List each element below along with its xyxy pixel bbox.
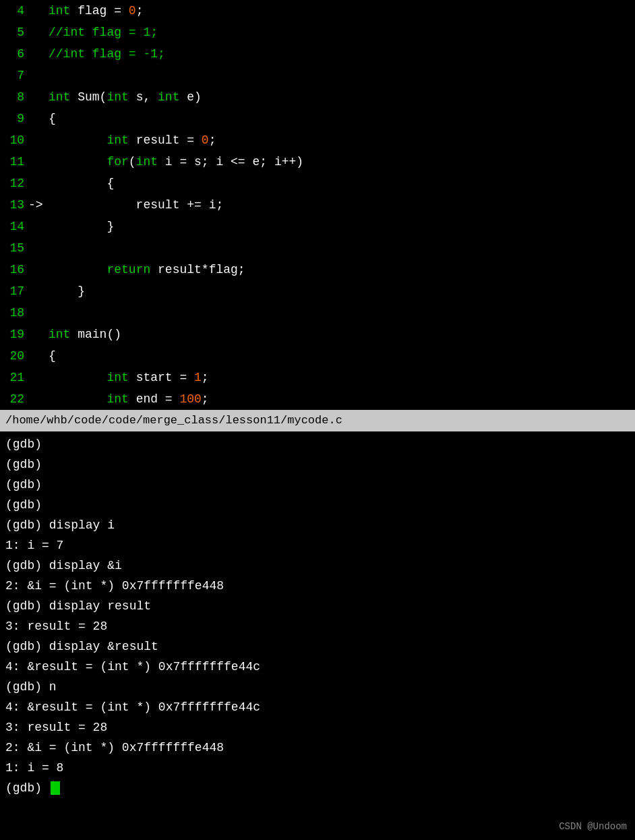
terminal-line: 3: result = 28	[0, 616, 635, 636]
line-number: 13	[0, 194, 27, 216]
line-content: int start = 1;	[43, 367, 209, 388]
terminal-cursor	[51, 781, 60, 795]
line-arrow	[27, 237, 43, 259]
terminal-line: 1: i = 7	[0, 535, 635, 556]
line-content: {	[43, 173, 114, 194]
line-content: result += i;	[43, 194, 223, 216]
line-number: 12	[0, 173, 27, 194]
terminal-line: 2: &i = (int *) 0x7fffffffe448	[0, 738, 635, 758]
line-arrow	[27, 345, 43, 367]
code-line: 8 int Sum(int s, int e)	[0, 86, 635, 108]
terminal-line: (gdb) display result	[0, 596, 635, 616]
terminal-line: 4: &result = (int *) 0x7fffffffe44c	[0, 657, 635, 677]
line-content: for(int i = s; i <= e; i++)	[43, 151, 303, 173]
line-content: //int flag = 1;	[43, 22, 158, 43]
line-number: 20	[0, 345, 27, 367]
line-arrow	[27, 367, 43, 388]
code-line: 15	[0, 237, 635, 259]
code-line: 4 int flag = 0;	[0, 0, 635, 22]
code-line: 18	[0, 302, 635, 324]
terminal-line: (gdb) display &i	[0, 556, 635, 576]
line-arrow	[27, 173, 43, 194]
status-bar: /home/whb/code/code/merge_class/lesson11…	[0, 410, 635, 431]
code-line: 13-> result += i;	[0, 194, 635, 216]
code-line: 11 for(int i = s; i <= e; i++)	[0, 151, 635, 173]
terminal-line: 3: result = 28	[0, 717, 635, 738]
line-number: 10	[0, 129, 27, 151]
code-line: 9 {	[0, 108, 635, 129]
line-content: {	[43, 345, 56, 367]
line-arrow	[27, 0, 43, 22]
line-arrow	[27, 151, 43, 173]
line-content: int main()	[43, 324, 121, 345]
code-line: 16 return result*flag;	[0, 259, 635, 280]
line-number: 18	[0, 302, 27, 324]
terminal-line: (gdb)	[0, 495, 635, 515]
line-number: 15	[0, 237, 27, 259]
line-arrow	[27, 216, 43, 237]
line-arrow	[27, 108, 43, 129]
line-arrow	[27, 86, 43, 108]
line-number: 14	[0, 216, 27, 237]
line-arrow	[27, 22, 43, 43]
line-number: 17	[0, 280, 27, 302]
terminal-line[interactable]: (gdb)	[0, 778, 635, 798]
line-content	[43, 65, 56, 86]
line-number: 8	[0, 86, 27, 108]
terminal[interactable]: (gdb) (gdb) (gdb) (gdb) (gdb) display i1…	[0, 431, 635, 801]
watermark: CSDN @Undoom	[559, 821, 627, 832]
terminal-line: (gdb) display i	[0, 515, 635, 535]
line-arrow	[27, 65, 43, 86]
terminal-line: 2: &i = (int *) 0x7fffffffe448	[0, 576, 635, 596]
line-number: 6	[0, 43, 27, 65]
terminal-line: (gdb)	[0, 475, 635, 495]
line-content: int result = 0;	[43, 129, 216, 151]
line-content	[43, 237, 56, 259]
line-arrow	[27, 129, 43, 151]
line-arrow: ->	[27, 194, 43, 216]
code-line: 5 //int flag = 1;	[0, 22, 635, 43]
line-content: }	[43, 216, 114, 237]
code-line: 12 {	[0, 173, 635, 194]
line-arrow	[27, 324, 43, 345]
line-number: 9	[0, 108, 27, 129]
line-content: //int flag = -1;	[43, 43, 165, 65]
terminal-line: 1: i = 8	[0, 758, 635, 778]
line-content: return result*flag;	[43, 259, 245, 280]
code-line: 20 {	[0, 345, 635, 367]
line-content: }	[43, 280, 85, 302]
line-content: int flag = 0;	[43, 0, 143, 22]
code-line: 17 }	[0, 280, 635, 302]
line-content	[43, 302, 56, 324]
line-arrow	[27, 302, 43, 324]
line-number: 11	[0, 151, 27, 173]
line-number: 16	[0, 259, 27, 280]
code-line: 22 int end = 100;	[0, 388, 635, 410]
code-line: 19 int main()	[0, 324, 635, 345]
line-content: {	[43, 108, 56, 129]
line-arrow	[27, 388, 43, 410]
terminal-line: (gdb)	[0, 454, 635, 475]
line-number: 4	[0, 0, 27, 22]
line-arrow	[27, 280, 43, 302]
code-editor: 4 int flag = 0;5 //int flag = 1;6 //int …	[0, 0, 635, 410]
terminal-line: (gdb)	[0, 434, 635, 454]
line-content: int Sum(int s, int e)	[43, 86, 202, 108]
terminal-line: (gdb) n	[0, 677, 635, 697]
code-line: 6 //int flag = -1;	[0, 43, 635, 65]
code-line: 10 int result = 0;	[0, 129, 635, 151]
terminal-line: (gdb) display &result	[0, 636, 635, 657]
line-number: 21	[0, 367, 27, 388]
code-line: 7	[0, 65, 635, 86]
code-line: 21 int start = 1;	[0, 367, 635, 388]
line-number: 22	[0, 388, 27, 410]
line-content: int end = 100;	[43, 388, 209, 410]
line-number: 5	[0, 22, 27, 43]
line-arrow	[27, 43, 43, 65]
line-arrow	[27, 259, 43, 280]
line-number: 7	[0, 65, 27, 86]
terminal-line: 4: &result = (int *) 0x7fffffffe44c	[0, 697, 635, 717]
line-number: 19	[0, 324, 27, 345]
code-line: 14 }	[0, 216, 635, 237]
